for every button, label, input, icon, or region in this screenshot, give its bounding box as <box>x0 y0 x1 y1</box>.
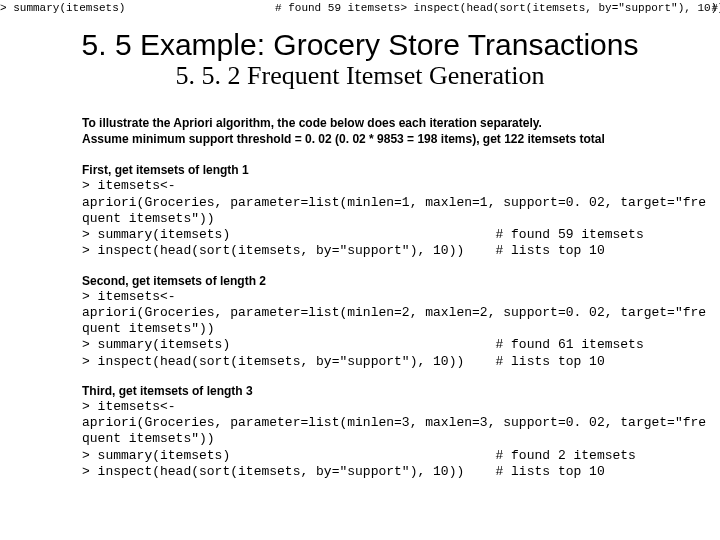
section-head-2: Second, get itemsets of length 2 <box>82 274 660 288</box>
top-code-bar: > summary(itemsets) # found 59 itemsets>… <box>0 0 720 18</box>
intro-text: To illustrate the Apriori algorithm, the… <box>82 115 660 147</box>
topbar-right-code: # <box>711 2 718 14</box>
title-block: 5. 5 Example: Grocery Store Transactions… <box>0 28 720 89</box>
code-block-1: > itemsets<- apriori(Groceries, paramete… <box>82 178 660 259</box>
slide-sub-title: 5. 5. 2 Frequent Itemset Generation <box>0 63 720 89</box>
slide-main-title: 5. 5 Example: Grocery Store Transactions <box>0 28 720 61</box>
topbar-left-code: > summary(itemsets) <box>0 2 125 14</box>
section-head-3: Third, get itemsets of length 3 <box>82 384 660 398</box>
code-block-3: > itemsets<- apriori(Groceries, paramete… <box>82 399 660 480</box>
code-block-2: > itemsets<- apriori(Groceries, paramete… <box>82 289 660 370</box>
intro-line-1: To illustrate the Apriori algorithm, the… <box>82 115 660 131</box>
topbar-mid-code: # found 59 itemsets> inspect(head(sort(i… <box>275 2 720 14</box>
intro-line-2: Assume minimum support threshold = 0. 02… <box>82 131 660 147</box>
content-area: To illustrate the Apriori algorithm, the… <box>82 115 660 480</box>
section-head-1: First, get itemsets of length 1 <box>82 163 660 177</box>
